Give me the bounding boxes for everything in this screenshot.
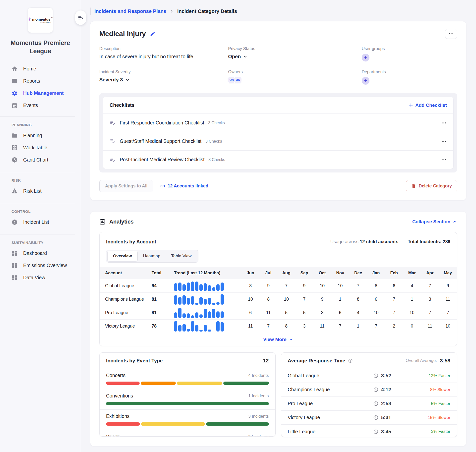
event-type-row-header: Sports9 Incidents — [106, 434, 269, 437]
edit-title-icon[interactable] — [150, 31, 155, 37]
sidebar-item-work-table[interactable]: Work Table — [0, 142, 75, 154]
response-time-text: 3:45 — [381, 429, 391, 435]
sidebar-item-label: Events — [23, 103, 38, 108]
sparkline-bar — [182, 324, 186, 332]
plus-icon — [409, 103, 413, 108]
tab-overview[interactable]: Overview — [107, 251, 138, 261]
accounts-linked-link[interactable]: 12 Accounts linked — [160, 183, 208, 189]
response-account-name: Global League — [288, 373, 373, 379]
checklist-more-icon[interactable] — [441, 157, 447, 163]
sparkline-bar — [174, 283, 177, 291]
sidebar-item-reports[interactable]: Reports — [0, 75, 81, 87]
owner-avatars: UNUN — [228, 77, 361, 83]
departments-field: Departments + — [362, 69, 457, 85]
sidebar-item-gantt-chart[interactable]: Gantt Chart — [0, 154, 75, 166]
grid-icon — [11, 145, 18, 151]
bar-segment-red — [106, 422, 140, 426]
month-value: 2 — [385, 324, 403, 329]
tab-heatmap[interactable]: Heatmap — [138, 251, 166, 261]
month-value: 11 — [259, 310, 277, 315]
sidebar-item-risk-list[interactable]: Risk List — [0, 185, 75, 197]
sparkline-bar — [204, 309, 207, 318]
event-type-row-header: Exhibitions3 Incidents — [106, 413, 269, 419]
event-type-label: Concerts — [106, 373, 125, 378]
collapse-section-button[interactable]: Collapse Section — [412, 219, 457, 225]
sparkline-bar — [208, 298, 211, 305]
tab-table-view[interactable]: Table View — [166, 251, 197, 261]
privacy-select[interactable]: Open — [228, 54, 361, 59]
gear-icon — [11, 90, 18, 96]
sidebar-item-label: Gantt Chart — [23, 157, 48, 163]
trash-icon — [411, 184, 416, 188]
checklist-more-icon[interactable] — [441, 138, 447, 144]
sidebar-item-label: Incident List — [23, 219, 49, 225]
sparkline-bar — [212, 309, 215, 318]
month-value: 9 — [295, 283, 313, 288]
sidebar-item-label: Home — [23, 66, 36, 72]
checklist-row[interactable]: First Responder Coordination Checklist3 … — [103, 113, 453, 132]
clock-icon — [373, 429, 378, 434]
sparkline-bar — [212, 303, 215, 305]
view-more-button[interactable]: View More — [100, 333, 457, 346]
sidebar-item-hub-management[interactable]: Hub Management — [0, 87, 81, 99]
sidebar: ✳momentus™ technologies Momentus Premier… — [0, 0, 81, 452]
overall-average-label: Overall Average: — [406, 358, 437, 363]
account-table-row: Champions League81108107918671311 — [100, 292, 457, 306]
info-icon[interactable] — [348, 358, 353, 363]
sidebar-item-planning[interactable]: Planning — [0, 129, 75, 142]
sidebar-item-emissions-overview[interactable]: Emissions Overview — [0, 259, 75, 272]
month-value: 11 — [439, 297, 457, 302]
sidebar-section-planning: PLANNINGPlanningWork TableGantt Chart — [0, 116, 75, 167]
add-user-group-button[interactable]: + — [362, 54, 369, 61]
incidents-by-account-meta: Usage across 12 child accounts Total Inc… — [330, 239, 450, 245]
account-table-header: AccountTotalTrend (Last 12 Months)JunJul… — [100, 267, 457, 279]
delete-category-button[interactable]: Delete Category — [406, 180, 457, 192]
severity-distribution-bar — [106, 382, 269, 385]
severity-select[interactable]: Severity 3 — [99, 77, 228, 83]
sparkline-bar — [221, 294, 224, 305]
checklist-row[interactable]: Guest/Staff Medical Support Checklist3 C… — [103, 132, 453, 150]
month-value: 8 — [241, 283, 259, 288]
privacy-label: Privacy Status — [228, 46, 361, 51]
sidebar-item-data-view[interactable]: Data View — [0, 272, 75, 284]
month-value: 7 — [385, 297, 403, 302]
sidebar-item-home[interactable]: Home — [0, 63, 81, 75]
incidents-by-event-type-card: Incidents by Event Type 12 Concerts4 Inc… — [99, 352, 276, 437]
breadcrumb-parent-link[interactable]: Incidents and Response Plans — [94, 8, 166, 14]
month-value: 11 — [241, 324, 259, 329]
month-value: 7 — [439, 310, 457, 315]
account-table-row: Global League9489791010786479 — [100, 279, 457, 292]
account-name: Champions League — [100, 297, 151, 302]
sparkline-bar — [187, 329, 190, 332]
response-time-row: Victory League5:3115% Slower — [281, 411, 457, 425]
sidebar-collapse-button[interactable] — [75, 10, 86, 25]
category-more-button[interactable] — [445, 29, 457, 39]
column-header-jul: Jul — [259, 271, 277, 276]
sidebar-item-incident-list[interactable]: Incident List — [0, 216, 75, 228]
column-header-jun: Jun — [241, 271, 259, 276]
checklist-more-icon[interactable] — [441, 120, 447, 126]
apply-settings-button[interactable]: Apply Settings to All — [99, 180, 153, 192]
account-name: Pro League — [100, 310, 151, 315]
sparkline-bar — [208, 311, 211, 318]
response-time-row: Pro League2:585% Faster — [281, 397, 457, 411]
sidebar-item-dashboard[interactable]: Dashboard — [0, 247, 75, 259]
sparkline-bar — [216, 302, 220, 305]
column-header-mar: Mar — [403, 271, 421, 276]
month-value: 6 — [367, 297, 385, 302]
sparkline-bar — [178, 282, 181, 291]
sparkline-bar — [174, 295, 177, 305]
month-value: 11 — [313, 324, 331, 329]
sparkline-bar — [216, 311, 220, 318]
sparkline-bar — [187, 298, 190, 305]
checklist-row[interactable]: Post-Incident Medical Review Checklist8 … — [103, 150, 453, 169]
trend-sparkline — [173, 308, 241, 318]
chevron-up-icon — [453, 220, 457, 224]
org-name: Momentus Premiere League — [4, 39, 76, 55]
account-table-row: Pro League81611553641071077 — [100, 306, 457, 319]
add-checklist-button[interactable]: Add Checklist — [409, 103, 447, 108]
owner-avatar[interactable]: UN — [234, 77, 241, 83]
add-department-button[interactable]: + — [362, 77, 369, 85]
sidebar-item-events[interactable]: Events — [0, 99, 81, 112]
sparkline-bar — [195, 312, 198, 318]
